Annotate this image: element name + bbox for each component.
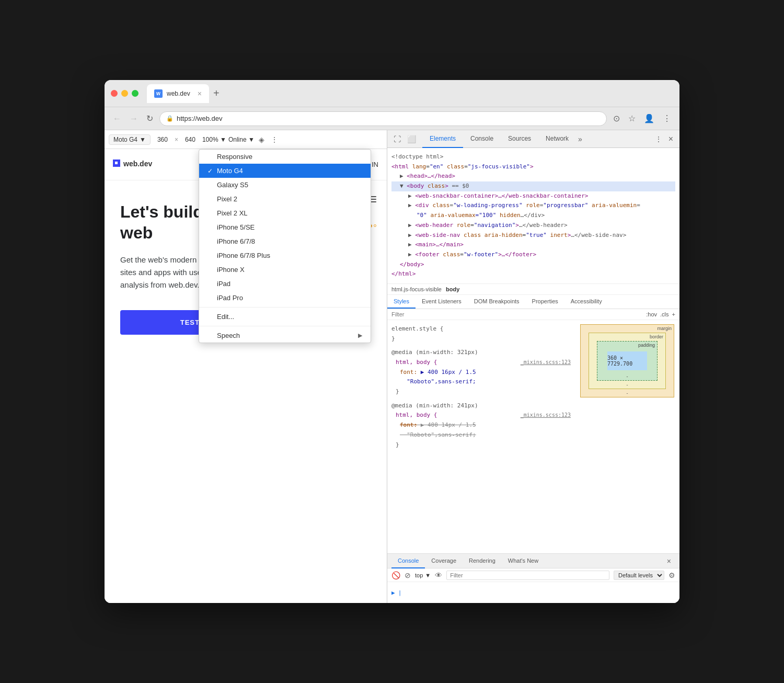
devicebar-more-button[interactable]: ⋮ [269,134,280,145]
devtools-tabs: ⛶ ⬜ Elements Console Sources Network » ⋮… [387,130,679,148]
address-bar[interactable]: 🔒 https://web.dev [159,111,607,126]
nav-bar: ← → ↻ 🔒 https://web.dev ⊙ ☆ 👤 ⋮ [105,107,679,130]
device-option-iphone5se[interactable]: ✓ iPhone 5/SE [199,220,371,234]
hov-filter-button[interactable]: :hov [646,311,657,317]
console-filter-input[interactable] [446,571,609,580]
title-bar: w web.dev × + [105,80,679,107]
device-option-label: Pixel 2 XL [217,209,248,217]
back-button[interactable]: ← [111,112,123,126]
zoom-arrow-icon: ▼ [220,136,226,143]
refresh-button[interactable]: ↻ [144,111,155,126]
device-option-motog4[interactable]: ✓ Moto G4 [199,164,371,178]
device-option-pixel2[interactable]: ✓ Pixel 2 [199,192,371,206]
tab-event-listeners[interactable]: Event Listeners [416,295,468,309]
device-option-galaxys5[interactable]: ✓ Galaxy S5 [199,178,371,192]
tab-elements[interactable]: Elements [422,130,463,148]
console-gear-icon[interactable]: ⚙ [668,571,675,579]
breadcrumb-html[interactable]: html.js-focus-visible [391,286,442,292]
capture-button[interactable]: ◈ [257,134,267,145]
device-option-iphone678plus[interactable]: ✓ iPhone 6/7/8 Plus [199,248,371,263]
traffic-lights [111,90,139,97]
console-clear-button[interactable]: 🚫 [391,571,400,579]
device-option-edit[interactable]: ✓ Edit... [199,310,371,324]
tab-close-button[interactable]: × [198,89,202,98]
box-model-content: 360 × 7729.700 [607,351,647,370]
tab-accessibility[interactable]: Accessibility [564,295,608,309]
tab-dom-breakpoints[interactable]: DOM Breakpoints [468,295,526,309]
device-option-label: Edit... [217,313,234,321]
console-eye-icon[interactable]: 👁 [435,571,442,579]
styles-main-area: element.style { } @media (min-width: 321… [387,320,679,553]
device-option-ipadpro[interactable]: ✓ iPad Pro [199,291,371,305]
forward-button[interactable]: → [128,112,140,126]
device-arrow-icon: ▼ [140,136,146,143]
styles-list: element.style { } @media (min-width: 321… [387,320,575,553]
device-option-iphonex[interactable]: ✓ iPhone X [199,263,371,277]
console-close-button[interactable]: × [663,557,675,565]
breadcrumb-body[interactable]: body [446,286,459,292]
tab-sources[interactable]: Sources [501,130,538,148]
browser-tab[interactable]: w web.dev × [147,84,209,103]
maximize-traffic-light[interactable] [132,90,139,97]
tab-network[interactable]: Network [538,130,576,148]
html-line-html[interactable]: <html lang="en" class="js-focus-visible"… [391,162,675,172]
device-option-pixel2xl[interactable]: ✓ Pixel 2 XL [199,206,371,220]
tab-properties[interactable]: Properties [526,295,564,309]
console-tab-rendering[interactable]: Rendering [463,554,502,568]
device-selector[interactable]: Moto G4 ▼ [109,134,151,145]
bookmark-button[interactable]: ☆ [626,111,638,126]
console-tab-console[interactable]: Console [391,554,425,568]
device-option-iphone678[interactable]: ✓ iPhone 6/7/8 [199,234,371,248]
tab-favicon: w [154,89,163,98]
console-stop-button[interactable]: ⊘ [405,571,411,579]
html-line-body[interactable]: ▼ <body class> == $0 [391,181,675,191]
width-input[interactable] [153,136,172,143]
console-tab-coverage[interactable]: Coverage [425,554,463,568]
console-level-select[interactable]: Default levels [614,571,664,580]
inspect-cursor-icon[interactable]: ⛶ [391,133,403,145]
devtools-close-button[interactable]: × [666,132,675,146]
device-option-speech[interactable]: ✓ Speech ▶ [199,328,371,343]
tab-console[interactable]: Console [463,130,501,148]
minimize-traffic-light[interactable] [121,90,128,97]
html-line-head[interactable]: ▶ <head>…</head> [391,172,675,181]
tab-bar: w web.dev × + [147,84,673,103]
url-text: https://web.dev [177,115,222,122]
cls-filter-button[interactable]: .cls [660,311,669,317]
close-traffic-light[interactable] [111,90,118,97]
add-style-button[interactable]: + [672,311,675,317]
avatar-button[interactable]: 👤 [642,111,656,126]
new-tab-button[interactable]: + [213,87,220,99]
device-option-label: Responsive [217,153,252,161]
device-option-ipad[interactable]: ✓ iPad [199,277,371,291]
lock-icon: 🔒 [166,115,174,122]
console-tab-whats-new[interactable]: What's New [502,554,545,568]
html-line-close-body: </body> [391,260,675,270]
console-cursor[interactable]: | [398,589,402,596]
styles-filter-input[interactable] [391,311,642,317]
device-toolbar: Moto G4 ▼ × 100% ▼ Online ▼ ◈ ⋮ [105,130,387,149]
viewport: Moto G4 ▼ × 100% ▼ Online ▼ ◈ ⋮ [105,130,387,603]
html-line-sidenav[interactable]: ▶ <web-side-nav class aria-hidden="true"… [391,231,675,241]
console-context-selector[interactable]: top ▼ [415,572,431,578]
html-line-progress-div[interactable]: ▶ <div class="w-loading-progress" role="… [391,201,675,211]
tab-styles[interactable]: Styles [387,295,416,309]
html-line-snackbar[interactable]: ▶ <web-snackbar-container>…</web-snackba… [391,191,675,201]
submenu-arrow-icon: ▶ [358,332,362,339]
height-input[interactable] [180,136,200,143]
tabs-overflow-button[interactable]: » [578,135,582,143]
device-option-label: Speech [217,332,240,339]
network-selector[interactable]: Online ▼ [228,136,255,143]
svg-rect-1 [115,162,118,164]
device-toggle-icon[interactable]: ⬜ [405,133,418,145]
dropdown-separator [199,307,371,308]
html-line-header[interactable]: ▶ <web-header role="navigation">…</web-h… [391,221,675,231]
html-line-footer[interactable]: ▶ <footer class="w-footer">…</footer> [391,250,675,260]
html-line-main[interactable]: ▶ <main>…</main> [391,240,675,250]
device-option-responsive[interactable]: ✓ Responsive [199,150,371,164]
zoom-selector[interactable]: 100% ▼ [202,136,226,143]
device-option-label: iPhone 6/7/8 [217,237,255,245]
devtools-more-button[interactable]: ⋮ [653,132,664,146]
cast-button[interactable]: ⊙ [611,111,622,126]
more-button[interactable]: ⋮ [661,111,673,126]
